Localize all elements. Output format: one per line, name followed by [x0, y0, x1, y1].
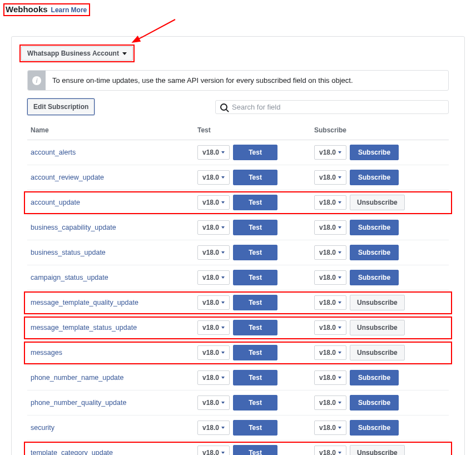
- subscribe-version-dropdown[interactable]: v18.0: [314, 270, 346, 285]
- info-icon: i: [28, 71, 46, 90]
- test-button[interactable]: Test: [233, 245, 277, 260]
- object-type-dropdown[interactable]: Whatsapp Business Account: [21, 46, 133, 61]
- subscribe-version-dropdown[interactable]: v18.0: [314, 245, 346, 260]
- search-icon: [220, 103, 227, 111]
- test-button[interactable]: Test: [233, 145, 277, 160]
- table-row: messagesv18.0Testv18.0Unsubscribe: [27, 340, 449, 365]
- subscribe-version-dropdown[interactable]: v18.0: [314, 295, 346, 310]
- test-version-dropdown[interactable]: v18.0: [197, 345, 230, 360]
- subscribe-button[interactable]: Subscribe: [350, 270, 399, 285]
- subscribe-button[interactable]: Subscribe: [350, 145, 399, 160]
- info-banner: i To ensure on-time updates, use the sam…: [27, 70, 449, 91]
- test-button[interactable]: Test: [233, 370, 277, 385]
- field-name: phone_number_name_update: [31, 374, 197, 382]
- caret-down-icon: [338, 151, 341, 154]
- subscribe-version-dropdown[interactable]: v18.0: [314, 395, 346, 410]
- caret-down-icon: [221, 327, 225, 329]
- learn-more-link[interactable]: Learn More: [51, 6, 87, 14]
- subscribe-version-dropdown[interactable]: v18.0: [314, 320, 346, 335]
- unsubscribe-button[interactable]: Unsubscribe: [350, 320, 405, 335]
- test-button[interactable]: Test: [233, 320, 277, 335]
- field-name: account_alerts: [31, 149, 197, 156]
- caret-down-icon: [338, 377, 341, 379]
- table-row: phone_number_name_updatev18.0Testv18.0Su…: [27, 365, 449, 390]
- test-version-dropdown[interactable]: v18.0: [197, 395, 230, 410]
- field-name: message_template_quality_update: [31, 299, 197, 306]
- column-header-test: Test: [197, 126, 314, 134]
- subscribe-button[interactable]: Subscribe: [350, 170, 399, 185]
- test-version-dropdown[interactable]: v18.0: [197, 270, 230, 285]
- caret-down-icon: [338, 276, 341, 279]
- test-button[interactable]: Test: [233, 170, 277, 185]
- subscribe-button[interactable]: Subscribe: [350, 245, 399, 260]
- unsubscribe-button[interactable]: Unsubscribe: [350, 445, 405, 455]
- search-input[interactable]: [232, 103, 444, 111]
- subscribe-version-dropdown[interactable]: v18.0: [314, 446, 346, 455]
- subscribe-version-dropdown[interactable]: v18.0: [314, 220, 346, 235]
- unsubscribe-button[interactable]: Unsubscribe: [350, 295, 405, 310]
- edit-subscription-button[interactable]: Edit Subscription: [27, 98, 95, 115]
- table-row: securityv18.0Testv18.0Subscribe: [27, 416, 449, 441]
- unsubscribe-button[interactable]: Unsubscribe: [350, 195, 405, 210]
- object-type-label: Whatsapp Business Account: [27, 50, 119, 57]
- unsubscribe-button[interactable]: Unsubscribe: [350, 345, 405, 360]
- table-header: Name Test Subscribe: [27, 121, 449, 140]
- test-button[interactable]: Test: [233, 420, 277, 436]
- subscribe-version-dropdown[interactable]: v18.0: [314, 421, 346, 435]
- caret-down-icon: [122, 52, 127, 55]
- test-version-dropdown[interactable]: v18.0: [197, 245, 230, 260]
- test-version-dropdown[interactable]: v18.0: [197, 320, 230, 335]
- caret-down-icon: [338, 201, 341, 204]
- caret-down-icon: [338, 301, 341, 304]
- caret-down-icon: [221, 377, 225, 379]
- caret-down-icon: [221, 201, 225, 204]
- caret-down-icon: [338, 402, 341, 404]
- test-button[interactable]: Test: [233, 220, 277, 235]
- table-row: account_updatev18.0Testv18.0Unsubscribe: [27, 190, 449, 215]
- test-button[interactable]: Test: [233, 270, 277, 285]
- caret-down-icon: [221, 151, 225, 154]
- table-row: account_alertsv18.0Testv18.0Subscribe: [27, 140, 449, 165]
- info-text: To ensure on-time updates, use the same …: [46, 71, 360, 90]
- subscribe-button[interactable]: Subscribe: [350, 220, 399, 235]
- field-name: template_category_update: [31, 449, 197, 455]
- table-row: phone_number_quality_updatev18.0Testv18.…: [27, 390, 449, 416]
- caret-down-icon: [221, 452, 225, 454]
- caret-down-icon: [221, 427, 225, 429]
- caret-down-icon: [221, 402, 225, 404]
- table-row: message_template_quality_updatev18.0Test…: [27, 290, 449, 315]
- test-button[interactable]: Test: [233, 345, 277, 360]
- test-button[interactable]: Test: [233, 295, 277, 310]
- field-name: messages: [31, 349, 197, 357]
- search-field-wrapper[interactable]: [215, 100, 449, 114]
- test-version-dropdown[interactable]: v18.0: [197, 295, 230, 310]
- test-version-dropdown[interactable]: v18.0: [197, 370, 230, 385]
- subscribe-button[interactable]: Subscribe: [350, 420, 399, 436]
- subscribe-button[interactable]: Subscribe: [350, 370, 399, 385]
- caret-down-icon: [221, 176, 225, 179]
- test-button[interactable]: Test: [233, 445, 277, 455]
- caret-down-icon: [338, 352, 341, 354]
- test-button[interactable]: Test: [233, 195, 277, 210]
- subscribe-version-dropdown[interactable]: v18.0: [314, 145, 346, 160]
- test-version-dropdown[interactable]: v18.0: [197, 170, 230, 185]
- subscribe-version-dropdown[interactable]: v18.0: [314, 370, 346, 385]
- caret-down-icon: [338, 176, 341, 179]
- test-version-dropdown[interactable]: v18.0: [197, 421, 230, 435]
- test-button[interactable]: Test: [233, 395, 277, 411]
- field-name: account_update: [31, 199, 197, 206]
- test-version-dropdown[interactable]: v18.0: [197, 145, 230, 160]
- subscribe-version-dropdown[interactable]: v18.0: [314, 195, 346, 210]
- caret-down-icon: [338, 427, 341, 429]
- test-version-dropdown[interactable]: v18.0: [197, 220, 230, 235]
- caret-down-icon: [338, 452, 341, 454]
- subscribe-button[interactable]: Subscribe: [350, 395, 399, 411]
- subscribe-version-dropdown[interactable]: v18.0: [314, 170, 346, 185]
- caret-down-icon: [221, 301, 225, 304]
- subscribe-version-dropdown[interactable]: v18.0: [314, 345, 346, 360]
- test-version-dropdown[interactable]: v18.0: [197, 195, 230, 210]
- field-name: business_status_update: [31, 249, 197, 256]
- test-version-dropdown[interactable]: v18.0: [197, 446, 230, 455]
- caret-down-icon: [338, 226, 341, 229]
- webhooks-panel: Whatsapp Business Account i To ensure on…: [11, 36, 465, 455]
